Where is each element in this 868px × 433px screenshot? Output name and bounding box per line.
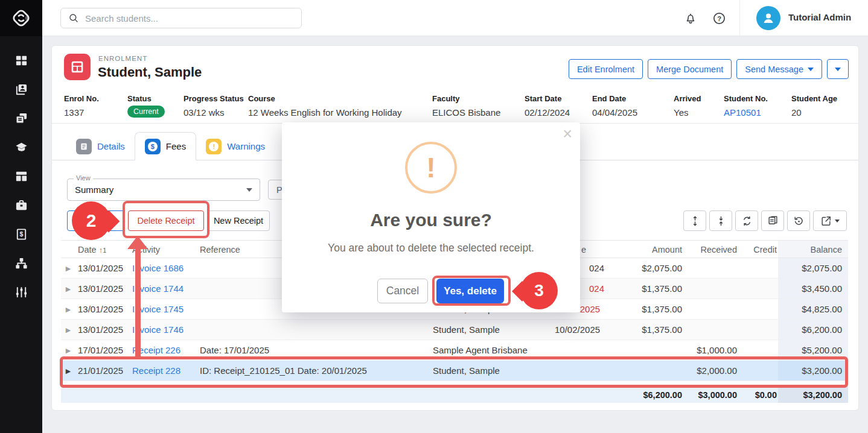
expand-all-button[interactable] [683,210,706,231]
collapse-all-button[interactable] [709,210,732,231]
help-icon: ? [712,11,726,25]
sidebar-item-services[interactable] [0,191,42,220]
view-select[interactable]: View Summary [67,179,260,201]
status-badge: Current [127,106,165,118]
details-doc-icon [76,139,92,154]
total-credit: $0.00 [738,387,778,403]
table-row[interactable]: ▶ 13/01/2025 Invoice 1746 Student, Sampl… [61,320,848,340]
edit-enrolment-label: Edit Enrolment [577,65,634,74]
row-expander-icon[interactable]: ▶ [61,361,75,381]
tab-details[interactable]: Details [66,132,135,160]
view-select-label: View [74,174,93,182]
copy-button[interactable] [761,210,784,231]
brand-swirl-icon [11,8,31,28]
app-logo[interactable] [0,0,42,36]
topbar-divider [739,0,740,36]
tab-fees[interactable]: $ Fees [135,132,196,160]
sidebar-item-agents[interactable] [0,248,42,277]
tab-warnings[interactable]: ! Warnings [196,132,275,160]
table-row[interactable]: ▶ 17/01/2025 Receipt 226 Date: 17/01/202… [61,340,848,361]
row-expander-icon[interactable]: ▶ [61,279,75,299]
module-overline: ENROLMENT [98,55,147,62]
history-button[interactable] [787,210,810,231]
bell-icon [684,11,697,25]
merge-document-button[interactable]: Merge Document [648,59,732,79]
warning-exclamation-icon: ! [405,142,457,194]
receipt-action-button[interactable] [67,210,125,231]
help-button[interactable]: ? [711,10,727,26]
column-balance[interactable]: Balance [778,241,848,258]
sidebar-item-courses[interactable] [0,133,42,162]
close-icon[interactable]: × [563,126,572,142]
user-avatar[interactable] [756,6,780,30]
tab-bar: Details $ Fees ! Warnings [66,132,315,160]
sidebar-item-enrolments[interactable] [0,104,42,133]
enrolment-module-icon [64,54,91,80]
row-expander-icon[interactable]: ▶ [61,320,75,340]
view-select-value: Summary [75,185,113,195]
layout-icon [14,169,28,183]
sidebar: $ [0,0,42,433]
warning-icon: ! [206,139,222,154]
column-received[interactable]: Received [686,241,738,258]
sidebar-nav: $ [0,36,42,306]
sidebar-item-settings[interactable] [0,277,42,306]
confirm-delete-button[interactable]: Yes, delete [436,279,504,303]
pages-icon [14,112,28,125]
merge-document-label: Merge Document [656,65,723,74]
row-expander-icon[interactable]: ▶ [61,258,75,278]
invoice-link[interactable]: Invoice 1686 [132,263,183,273]
send-message-button[interactable]: Send Message [736,59,822,79]
refresh-button[interactable] [735,210,758,231]
table-totals-row: $6,200.00 $3,000.00 $0.00 $3,200.00 [61,386,848,403]
expand-rows-icon [689,215,701,227]
column-credit[interactable]: Credit [738,241,778,258]
row-expander-icon[interactable]: ▶ [61,299,75,319]
delete-receipt-button[interactable]: Delete Receipt [128,210,204,231]
invoice-link[interactable]: Invoice 1745 [132,304,183,314]
invoice-link[interactable]: Invoice 1746 [132,324,183,335]
new-receipt-button[interactable]: New Receipt [207,210,270,231]
field-progress-status: Progress Status03/12 wks [183,94,244,118]
receipt-link[interactable]: Receipt 226 [132,345,180,355]
more-actions-button[interactable] [827,59,849,79]
chevron-down-icon [246,188,252,192]
search-input[interactable] [79,13,301,24]
svg-text:?: ? [717,14,721,22]
edit-enrolment-button[interactable]: Edit Enrolment [569,59,643,79]
student-card-icon [14,83,28,96]
sidebar-item-dashboard[interactable] [0,46,42,75]
column-date[interactable]: Date↑1 [75,241,127,258]
receipt-link[interactable]: Receipt 228 [132,365,180,376]
table-row-selected[interactable]: ▶ 21/01/2025 Receipt 228 ID: Receipt_210… [61,361,848,381]
field-course: Course12 Weeks English for Working Holid… [248,94,402,118]
search-icon [68,13,79,24]
fees-dollar-icon: $ [145,139,161,154]
export-button[interactable] [813,210,847,231]
collapse-rows-icon [715,215,727,227]
refresh-icon [741,215,753,227]
history-restore-icon [793,215,805,227]
send-message-label: Send Message [745,65,803,74]
sidebar-item-finance[interactable]: $ [0,220,42,248]
invoice-dollar-icon: $ [14,227,28,241]
student-no-link[interactable]: AP10501 [724,107,768,118]
field-student-age: Student Age20 [791,94,837,118]
notifications-button[interactable] [683,10,698,26]
table-toolbar [683,210,847,231]
field-enrol-no: Enrol No.1337 [64,94,99,118]
chevron-down-icon [808,68,814,71]
row-expander-icon[interactable]: ▶ [61,340,75,360]
sidebar-item-students[interactable] [0,75,42,104]
page-title: Student, Sample [98,65,202,80]
total-balance: $3,200.00 [778,387,848,403]
topbar: ? Tutorial Admin [42,0,868,36]
column-amount[interactable]: Amount [613,241,686,258]
cancel-button[interactable]: Cancel [377,279,428,303]
confirm-delete-dialog: × ! Are you sure? You are about to delet… [282,122,580,312]
dialog-message: You are about to delete the selected rec… [282,242,580,254]
tune-sliders-icon [14,285,28,299]
sidebar-item-classes[interactable] [0,162,42,191]
invoice-link[interactable]: Invoice 1744 [132,283,183,294]
column-activity[interactable]: Activity [127,241,195,258]
